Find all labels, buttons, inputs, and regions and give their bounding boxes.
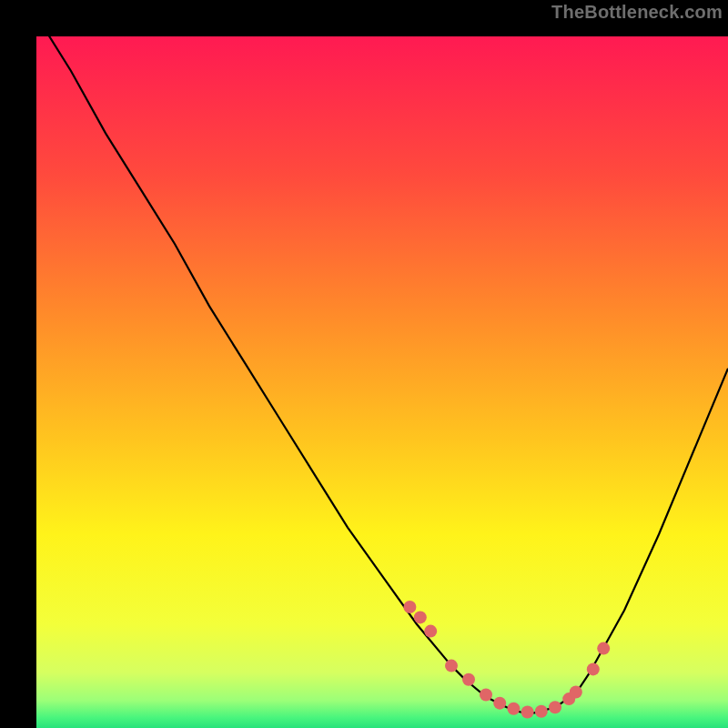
scatter-point <box>535 705 548 718</box>
scatter-point <box>549 701 561 713</box>
scatter-point <box>445 660 458 672</box>
scatter-point <box>480 689 492 702</box>
scatter-point <box>597 642 610 655</box>
chart-svg <box>36 36 728 728</box>
gradient-background <box>36 36 728 728</box>
scatter-point <box>424 625 437 638</box>
scatter-point <box>570 685 582 698</box>
scatter-point <box>493 697 506 710</box>
scatter-point <box>521 706 534 719</box>
scatter-point <box>507 703 520 715</box>
scatter-point <box>403 601 416 613</box>
scatter-point <box>414 611 427 623</box>
chart-frame <box>18 18 710 710</box>
scatter-point <box>587 662 600 675</box>
watermark-label: TheBottleneck.com <box>551 2 723 23</box>
scatter-point <box>462 673 475 686</box>
